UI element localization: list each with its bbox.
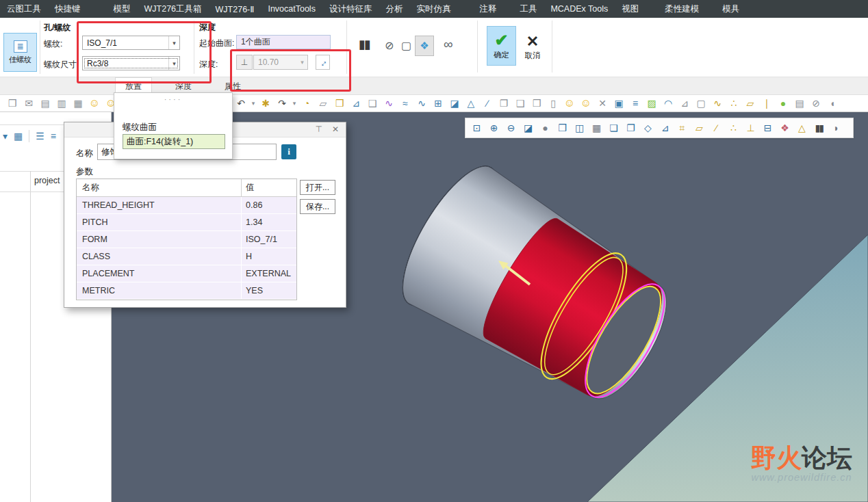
view-manager-icon[interactable]: ▦ xyxy=(588,122,605,133)
undo-caret-icon[interactable]: ▾ xyxy=(249,100,257,107)
point-display-icon[interactable]: ∴ xyxy=(725,122,742,133)
redo-caret-icon[interactable]: ▾ xyxy=(290,100,298,107)
depth-value-field[interactable]: 10.70 ▾ xyxy=(253,55,308,70)
image-icon[interactable]: ▨ xyxy=(643,98,660,109)
dashed-line-icon[interactable]: ∣ xyxy=(758,98,775,109)
saved-views-icon[interactable]: ◫ xyxy=(571,122,588,133)
csys-display-icon[interactable]: ⊥ xyxy=(742,122,759,133)
table-row[interactable]: METRIC YES xyxy=(77,282,296,300)
tree-column-header[interactable]: project xyxy=(34,176,60,185)
smiley-icon[interactable]: ☺ xyxy=(86,97,103,109)
layers-icon[interactable]: ≡ xyxy=(51,131,56,142)
green-sphere-icon[interactable]: ● xyxy=(775,98,791,109)
thread-size-combo[interactable]: Rc3/8 ▾ xyxy=(82,56,180,70)
regenerate-icon[interactable]: ✱ xyxy=(257,98,274,109)
model-tree-icon[interactable]: ▦ xyxy=(14,131,23,142)
menu-item-cloud-tools[interactable]: 云图工具 xyxy=(0,3,48,15)
plane-icon[interactable]: ▱ xyxy=(315,98,331,109)
spin-center-icon[interactable]: ❖ xyxy=(776,122,793,133)
zoom-window-icon[interactable]: ⊡ xyxy=(468,122,485,133)
menu-item-design-library[interactable]: 设计特征库 xyxy=(322,3,379,15)
menu-item-hotkeys[interactable]: 快捷键 xyxy=(48,3,88,15)
hierarchy-icon[interactable]: ≡ xyxy=(627,98,643,109)
menu-item-analysis[interactable]: 分析 xyxy=(379,3,409,15)
capture-view2-icon[interactable]: ❐ xyxy=(622,122,639,133)
standard-thread-button[interactable]: ≣ 佳螺纹 xyxy=(3,33,37,72)
menu-item-flexible-modeling[interactable]: 柔性建模 xyxy=(658,3,706,15)
cancel-button[interactable]: ✕ 取消 xyxy=(518,29,547,66)
zoom-in-icon[interactable]: ⊕ xyxy=(485,122,502,133)
column-header-value[interactable]: 值 xyxy=(241,179,296,196)
info-button[interactable]: i xyxy=(281,144,296,159)
menu-item-invocattools[interactable]: InvocatTools xyxy=(261,4,322,14)
display-style-icon[interactable]: ❒ xyxy=(554,122,571,133)
shading-icon[interactable]: ● xyxy=(537,122,554,133)
table-row[interactable]: PITCH 1.34 xyxy=(77,214,296,231)
start-surface-field[interactable]: 1个曲面 xyxy=(236,35,331,49)
surface-check-icon[interactable]: ◪ xyxy=(446,98,463,109)
pause-icon[interactable]: ▮▮ xyxy=(359,37,370,52)
curvature-icon[interactable]: ≈ xyxy=(397,98,413,109)
arc-icon[interactable]: ◠ xyxy=(660,98,676,109)
points-icon[interactable]: ∴ xyxy=(726,98,742,109)
sketch-icon[interactable]: ◔ xyxy=(298,98,315,109)
ok-button[interactable]: ✔ 确定 xyxy=(487,26,516,66)
draft-check-icon[interactable]: △ xyxy=(463,98,479,109)
perspective-icon[interactable]: ◇ xyxy=(639,122,656,133)
chevron-down-icon[interactable]: ▾ xyxy=(168,57,179,70)
partial-edge-icon[interactable]: ◖ xyxy=(824,98,841,109)
select-box-icon[interactable]: ▢ xyxy=(693,98,709,109)
table-row[interactable]: PLACEMENT EXTERNAL xyxy=(77,265,296,282)
repaint-icon[interactable]: ◪ xyxy=(520,122,537,133)
delete-x-icon[interactable]: ✕ xyxy=(594,98,611,109)
mirror-view-icon[interactable]: ◗ xyxy=(828,122,845,133)
paste-special-icon[interactable]: ❒ xyxy=(528,98,545,109)
box-feature-icon[interactable]: ❒ xyxy=(331,98,348,109)
no-preview-icon[interactable]: ⊘ xyxy=(385,39,394,52)
blue-box-icon[interactable]: ▣ xyxy=(611,98,627,109)
capture-view-icon[interactable]: ❏ xyxy=(605,122,622,133)
chevron-down-icon[interactable]: ▾ xyxy=(297,59,307,66)
zoom-out-icon[interactable]: ⊖ xyxy=(502,122,520,133)
list-view-icon[interactable]: ☰ xyxy=(36,131,44,142)
message-icon[interactable]: ✉ xyxy=(21,98,37,109)
wave-analysis-icon[interactable]: ∿ xyxy=(381,98,397,109)
copy-icon[interactable]: ❐ xyxy=(496,98,512,109)
gallery-icon[interactable]: ❑ xyxy=(364,98,381,109)
datum-display-icon[interactable]: ⌗ xyxy=(674,122,691,134)
annotation-display-icon[interactable]: ⊟ xyxy=(759,122,776,133)
flip-direction-button[interactable]: ↔ xyxy=(316,55,330,70)
glasses-preview-icon[interactable]: ∞ xyxy=(444,37,453,52)
menu-item-mold[interactable]: 模具 xyxy=(715,3,746,15)
pin-icon[interactable]: ⊤ xyxy=(316,124,322,134)
table-row[interactable]: THREAD_HEIGHT 0.86 xyxy=(77,197,296,214)
section-icon[interactable]: ⊿ xyxy=(656,122,674,133)
notebook-icon[interactable]: ▯ xyxy=(545,98,561,109)
menu-item-wjt276-2[interactable]: WJT276-Ⅱ xyxy=(209,4,261,14)
menu-item-live-sim[interactable]: 实时仿真 xyxy=(409,3,457,15)
redo-icon[interactable]: ↷ xyxy=(274,98,290,109)
chevron-down-icon[interactable]: ▾ xyxy=(168,36,179,49)
drag-handle[interactable]: ···· xyxy=(114,95,232,103)
smiley-icon[interactable]: ☺ xyxy=(578,97,594,109)
paste-icon[interactable]: ❑ xyxy=(512,98,528,109)
smiley-icon[interactable]: ☺ xyxy=(561,97,578,109)
open-button[interactable]: 打开... xyxy=(300,180,335,195)
tree-caret-icon[interactable]: ▾ xyxy=(3,131,8,142)
close-icon[interactable]: ✕ xyxy=(332,124,339,134)
sim-warning-icon[interactable]: △ xyxy=(793,122,810,133)
feature-preview-toggle[interactable]: ❖ xyxy=(415,36,434,56)
undo-icon[interactable]: ↶ xyxy=(233,98,249,109)
menu-item-mcadex-tools[interactable]: MCADEx Tools xyxy=(544,4,615,14)
parallelogram-icon[interactable]: ▱ xyxy=(742,98,758,109)
flip-plane-icon[interactable]: ⊿ xyxy=(676,98,693,109)
plane-display-icon[interactable]: ▱ xyxy=(691,122,708,133)
table-row[interactable]: CLASS H xyxy=(77,248,296,265)
menu-item-tools[interactable]: 工具 xyxy=(513,3,544,15)
menu-item-view[interactable]: 视图 xyxy=(615,3,646,15)
axis-display-icon[interactable]: ∕ xyxy=(708,122,725,133)
thread-surface-collector[interactable]: 曲面:F14(旋转_1) xyxy=(123,134,225,149)
pause-view-icon[interactable]: ▮▮ xyxy=(810,122,828,133)
column-header-name[interactable]: 名称 xyxy=(77,182,241,194)
wireframe-preview-icon[interactable]: ▢ xyxy=(401,39,411,52)
